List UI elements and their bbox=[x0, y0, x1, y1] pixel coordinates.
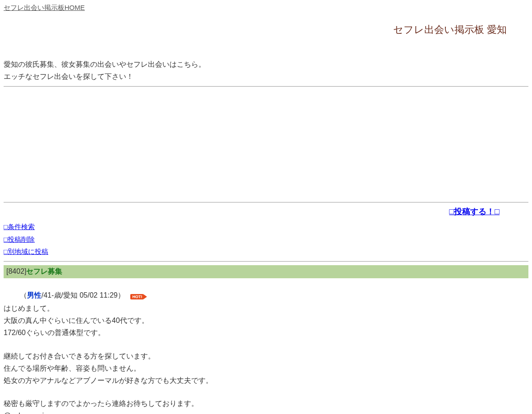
post-link-row: □投稿する！□ bbox=[4, 206, 500, 217]
body-line: 大阪の真ん中ぐらいに住んでいる40代です。 bbox=[4, 314, 528, 327]
side-links: □条件検索 □投稿削除 □別地域に投稿 bbox=[4, 221, 528, 258]
delete-link[interactable]: □投稿削除 bbox=[4, 235, 35, 243]
thread-id: [8402] bbox=[6, 267, 26, 275]
other-region-link[interactable]: □別地域に投稿 bbox=[4, 248, 48, 255]
divider bbox=[4, 202, 528, 202]
body-line: 処女の方やアナルなどアブノーマルが好きな方でも大丈夫です。 bbox=[4, 374, 528, 386]
thread-header: [8402]セフレ募集 bbox=[4, 265, 528, 278]
thread-gender: 男性 bbox=[27, 291, 41, 299]
thread-meta-rest: /41-歳/愛知 05/02 11:29） bbox=[41, 291, 125, 299]
thread-email: @yahoo.co.jp bbox=[4, 409, 528, 414]
ad-spacer bbox=[4, 90, 528, 198]
body-line: 秘密も厳守しますのでよかったら連絡お待ちしております。 bbox=[4, 397, 528, 409]
home-link[interactable]: セフレ出会い掲示板HOME bbox=[4, 4, 85, 11]
body-line: 住んでる場所や年齢、容姿も問いません。 bbox=[4, 362, 528, 374]
search-link[interactable]: □条件検索 bbox=[4, 223, 35, 230]
hot-tag-icon: HOT! bbox=[130, 292, 144, 300]
page-title: セフレ出会い掲示板 愛知 bbox=[4, 23, 507, 37]
divider bbox=[4, 86, 528, 87]
divider bbox=[4, 261, 528, 262]
hot-label: HOT! bbox=[130, 294, 144, 299]
thread-body: はじめまして。 大阪の真ん中ぐらいに住んでいる40代です。 172/60ぐらいの… bbox=[4, 302, 528, 414]
intro-block: 愛知の彼氏募集、彼女募集の出会いやセフレ出会いはこちら。 エッチなセフレ出会いを… bbox=[4, 58, 528, 83]
intro-line-1: 愛知の彼氏募集、彼女募集の出会いやセフレ出会いはこちら。 bbox=[4, 58, 528, 70]
meta-open: （ bbox=[20, 291, 27, 299]
intro-line-2: エッチなセフレ出会いを探して下さい！ bbox=[4, 70, 528, 83]
body-line: はじめまして。 bbox=[4, 302, 528, 314]
post-new-link[interactable]: □投稿する！□ bbox=[449, 207, 500, 216]
body-line: 継続してお付き合いできる方を探しています。 bbox=[4, 350, 528, 362]
thread-title: セフレ募集 bbox=[26, 267, 62, 275]
thread-meta: （男性/41-歳/愛知 05/02 11:29） HOT! bbox=[20, 291, 528, 300]
body-line: 172/60ぐらいの普通体型です。 bbox=[4, 327, 528, 339]
